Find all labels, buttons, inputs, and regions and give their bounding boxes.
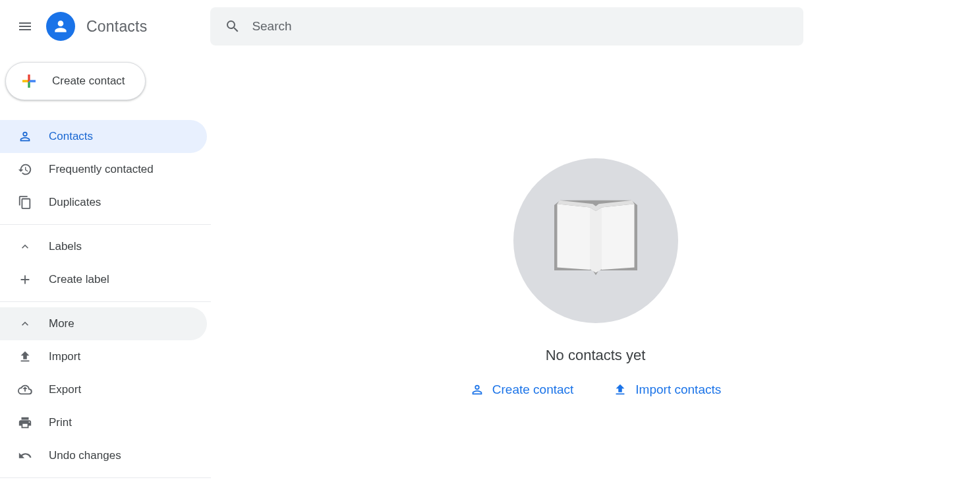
sidebar-item-create-label[interactable]: Create label bbox=[0, 263, 207, 296]
sidebar-item-contacts[interactable]: Contacts bbox=[0, 120, 207, 153]
create-contact-link-label: Create contact bbox=[492, 382, 574, 397]
sidebar-item-export[interactable]: Export bbox=[0, 373, 207, 406]
sidebar-item-print[interactable]: Print bbox=[0, 406, 207, 439]
sidebar-item-label: Contacts bbox=[49, 130, 93, 143]
history-icon bbox=[17, 162, 33, 177]
sidebar-item-more[interactable]: More bbox=[0, 307, 207, 340]
search-input[interactable] bbox=[252, 19, 789, 34]
sidebar-item-label: Labels bbox=[49, 240, 82, 253]
create-contact-link[interactable]: Create contact bbox=[470, 382, 574, 397]
create-contact-button[interactable]: Create contact bbox=[5, 62, 146, 100]
sidebar-item-frequent[interactable]: Frequently contacted bbox=[0, 153, 207, 186]
divider bbox=[0, 301, 211, 302]
divider bbox=[0, 224, 211, 225]
sidebar-item-label: Export bbox=[49, 383, 81, 396]
sidebar-item-label: Import bbox=[49, 350, 80, 363]
book-icon bbox=[536, 181, 655, 300]
search-bar[interactable] bbox=[210, 7, 803, 46]
person-outline-icon bbox=[470, 382, 484, 397]
cloud-download-icon bbox=[17, 382, 33, 397]
import-contacts-link[interactable]: Import contacts bbox=[613, 382, 721, 397]
sidebar-item-undo[interactable]: Undo changes bbox=[0, 439, 207, 472]
sidebar-item-label: Duplicates bbox=[49, 196, 101, 209]
app-header: Contacts bbox=[0, 0, 980, 53]
upload-icon bbox=[17, 350, 33, 364]
sidebar-item-label: Undo changes bbox=[49, 449, 121, 462]
undo-icon bbox=[17, 448, 33, 463]
sidebar-item-import[interactable]: Import bbox=[0, 340, 207, 373]
sidebar-item-label: Print bbox=[49, 416, 72, 429]
import-contacts-link-label: Import contacts bbox=[635, 382, 721, 397]
chevron-up-icon bbox=[17, 317, 33, 330]
print-icon bbox=[17, 415, 33, 430]
app-title: Contacts bbox=[86, 18, 147, 36]
create-contact-label: Create contact bbox=[52, 75, 125, 88]
sidebar-item-labels[interactable]: Labels bbox=[0, 230, 207, 263]
chevron-up-icon bbox=[17, 240, 33, 253]
copy-icon bbox=[17, 195, 33, 210]
sidebar-item-duplicates[interactable]: Duplicates bbox=[0, 186, 207, 219]
plus-multicolor-icon bbox=[19, 71, 39, 91]
sidebar: Create contact Contacts Frequently conta… bbox=[0, 53, 211, 483]
plus-icon bbox=[17, 272, 33, 287]
main-content: No contacts yet Create contact Import co… bbox=[211, 53, 980, 397]
app-logo: Contacts bbox=[46, 12, 147, 41]
sidebar-item-label: More bbox=[49, 317, 74, 330]
upload-icon bbox=[613, 382, 627, 397]
hamburger-icon bbox=[17, 18, 33, 34]
empty-state-message: No contacts yet bbox=[546, 347, 646, 364]
search-icon bbox=[225, 18, 241, 34]
nav-primary: Contacts Frequently contacted Duplicates bbox=[0, 120, 211, 219]
empty-state-actions: Create contact Import contacts bbox=[470, 382, 721, 397]
person-icon bbox=[52, 18, 69, 35]
sidebar-item-label: Create label bbox=[49, 273, 109, 286]
person-outline-icon bbox=[17, 129, 33, 144]
main-menu-button[interactable] bbox=[9, 11, 41, 42]
sidebar-item-label: Frequently contacted bbox=[49, 163, 154, 176]
logo-circle bbox=[46, 12, 75, 41]
divider bbox=[0, 477, 211, 478]
empty-state-illustration bbox=[513, 158, 678, 323]
